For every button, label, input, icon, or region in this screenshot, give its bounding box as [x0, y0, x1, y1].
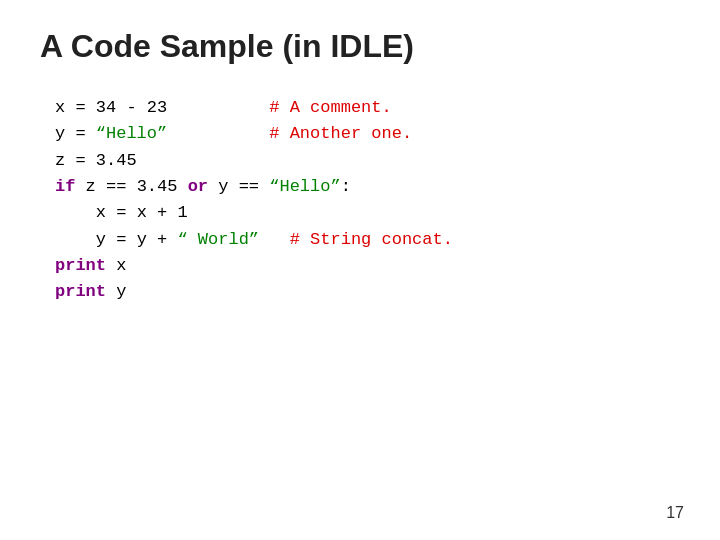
code-line-line4: if z == 3.45 or y == “Hello”: [55, 174, 665, 200]
code-line-line2: y = “Hello” # Another one. [55, 121, 665, 147]
code-line-line1: x = 34 - 23 # A comment. [55, 95, 665, 121]
code-line-line3: z = 3.45 [55, 148, 665, 174]
code-line-line7: print x [55, 253, 665, 279]
code-block: x = 34 - 23 # A comment.y = “Hello” # An… [0, 85, 720, 316]
page-title: A Code Sample (in IDLE) [0, 0, 720, 85]
code-line-line5: x = x + 1 [55, 200, 665, 226]
code-line-line6: y = y + “ World” # String concat. [55, 227, 665, 253]
code-line-line8: print y [55, 279, 665, 305]
page-number: 17 [666, 504, 684, 522]
